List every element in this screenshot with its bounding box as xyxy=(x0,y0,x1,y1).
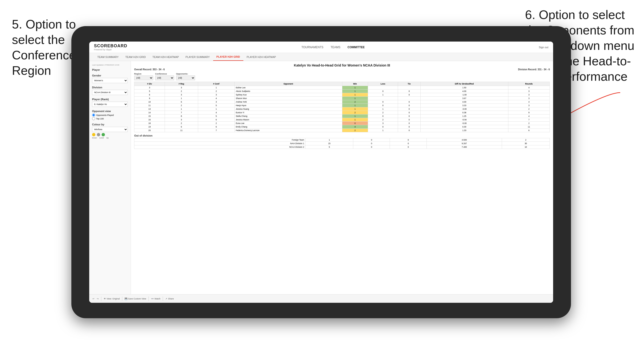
sign-out-link[interactable]: Sign out xyxy=(539,46,548,49)
gender-label: Gender xyxy=(92,74,128,77)
sub-nav-team-h2h-heatmap[interactable]: TEAM H2H HEATMAP xyxy=(149,53,182,61)
conference-select[interactable]: (All) xyxy=(155,76,174,80)
table-row: 18 xyxy=(134,122,165,125)
table-row: 19 xyxy=(134,125,165,129)
radio-top100[interactable]: Top 100 xyxy=(92,117,128,120)
out-div-row: 0 xyxy=(353,145,390,149)
sub-nav-player-summary[interactable]: PLAYER SUMMARY xyxy=(182,53,213,61)
table-row: 6 xyxy=(165,100,198,104)
table-row: 2 xyxy=(368,111,398,115)
table-row: -1.00 xyxy=(420,93,508,97)
sub-nav-team-summary[interactable]: TEAM SUMMARY xyxy=(94,53,122,61)
toolbar-sep-3 xyxy=(148,297,149,301)
table-row: 1 xyxy=(342,107,368,111)
last-updated: Last Updated: 27/03/2024 14:34 xyxy=(92,64,128,66)
out-div-row: 0 xyxy=(353,138,390,142)
table-row: 2 xyxy=(198,122,234,125)
division-select[interactable]: NCAA Division III xyxy=(92,90,128,95)
table-row: 3 xyxy=(198,93,234,97)
share-btn[interactable]: ↗ Share xyxy=(165,298,174,300)
out-div-row: 0 xyxy=(390,145,426,149)
save-custom-btn[interactable]: 💾 Save Custom View xyxy=(125,298,146,300)
table-row: 2 xyxy=(342,129,368,132)
table-row: 1 xyxy=(165,107,198,111)
colour-label-down: Down xyxy=(92,137,97,139)
sidebar-player-section: Player xyxy=(92,68,128,71)
th-reg: # Reg xyxy=(165,82,198,86)
region-select[interactable]: (All) xyxy=(134,76,153,80)
table-row: 1 xyxy=(342,115,368,118)
undo-btn[interactable]: ↩ xyxy=(92,298,94,300)
th-div: # Div xyxy=(134,82,165,86)
table-row: 3 xyxy=(508,90,550,93)
logo-text: SCOREBOARD xyxy=(94,43,127,48)
opponent-select[interactable]: (All) xyxy=(176,76,195,80)
table-row: 3 xyxy=(508,93,550,97)
colour-by-select[interactable]: Win/loss xyxy=(92,127,128,132)
radio-opponents-played[interactable]: Opponents Played xyxy=(92,114,128,117)
out-div-row: 7.400 xyxy=(426,145,502,149)
table-row: 0 xyxy=(368,90,398,93)
table-row: 0 xyxy=(398,129,420,132)
table-row: 4 xyxy=(508,86,550,90)
filters-row: Region (All) Conference (All) Opponents: xyxy=(134,73,550,80)
table-row: Heejo Hyun xyxy=(234,104,342,107)
table-row: 1 xyxy=(342,118,368,122)
toolbar-sep-2 xyxy=(122,297,122,301)
sidebar-player-rank: Player (Rank) 8. Katelyn Vo xyxy=(92,98,128,107)
table-row: 0 xyxy=(398,100,420,104)
sub-nav-team-h2h-grid[interactable]: TEAM H2H GRID xyxy=(122,53,149,61)
table-row: Sharon Mun xyxy=(234,97,342,100)
nav-tab-committee[interactable]: COMMITTEE xyxy=(348,45,365,50)
table-row xyxy=(368,97,398,100)
out-div-row: 5 xyxy=(306,145,353,149)
table-row: 4 xyxy=(342,125,368,129)
records-row: Overall Record: 353 - 34 - 6 Division Re… xyxy=(134,68,550,71)
player-rank-label: Player (Rank) xyxy=(92,98,128,101)
table-row: 4.00 xyxy=(420,100,508,104)
eye-icon: 👁 xyxy=(104,298,106,300)
table-row: 1 xyxy=(342,93,368,97)
colour-dot-green xyxy=(102,133,105,136)
table-row: 0 xyxy=(368,125,398,129)
redo-btn[interactable]: ↪ xyxy=(97,298,99,300)
header-right: Sign out xyxy=(539,46,548,49)
gender-select[interactable]: Women's xyxy=(92,78,128,83)
table-row: 6 xyxy=(198,118,234,122)
table-row: 2 xyxy=(198,90,234,93)
sub-nav-player-h2h-heatmap[interactable]: PLAYER H2H HEATMAP xyxy=(243,53,279,61)
table-row: 1.50 xyxy=(420,86,508,90)
table-row: 3 xyxy=(508,104,550,107)
division-record: Division Record: 331 - 34 - 6 xyxy=(518,68,550,71)
table-row: 6 xyxy=(134,93,165,97)
table-row: 4 xyxy=(198,97,234,100)
sidebar: Last Updated: 27/03/2024 14:34 Player Ge… xyxy=(89,61,131,294)
player-rank-select[interactable]: 8. Katelyn Vo xyxy=(92,102,128,107)
table-row: Alexis Sudjianto xyxy=(234,90,342,93)
table-row: 15 xyxy=(134,115,165,118)
table-row: 1 xyxy=(198,86,234,90)
table-row: 1.33 xyxy=(420,129,508,132)
table-row: 0 xyxy=(398,111,420,115)
nav-tab-teams[interactable]: TEAMS xyxy=(330,45,340,50)
table-row: 0 xyxy=(398,107,420,111)
table-row: 13 xyxy=(134,107,165,111)
watch-btn[interactable]: 👓 Watch xyxy=(151,298,160,300)
table-row: 3 xyxy=(198,100,234,104)
table-row: -3.00 xyxy=(420,107,508,111)
view-original-btn[interactable]: 👁 View: Original xyxy=(104,298,120,300)
table-row: 6 xyxy=(198,125,234,129)
table-row: 3.67 xyxy=(420,97,508,100)
share-icon: ↗ xyxy=(165,298,167,300)
data-panel: Katelyn Vo Head-to-Head Grid for Women's… xyxy=(131,61,553,294)
table-row: 3 xyxy=(508,97,550,100)
nav-tab-tournaments[interactable]: TOURNAMENTS xyxy=(302,45,323,50)
table-row: 8 xyxy=(165,115,198,118)
colour-dot-yellow xyxy=(92,133,96,136)
out-div-row: 10 xyxy=(502,145,550,149)
table-row: 4 xyxy=(508,100,550,104)
table-row: Euna Lee xyxy=(234,122,342,125)
sub-nav-player-h2h-grid[interactable]: PLAYER H2H GRID xyxy=(213,53,243,61)
table-row: 2 xyxy=(165,122,198,125)
th-tie: Tie xyxy=(398,82,420,86)
